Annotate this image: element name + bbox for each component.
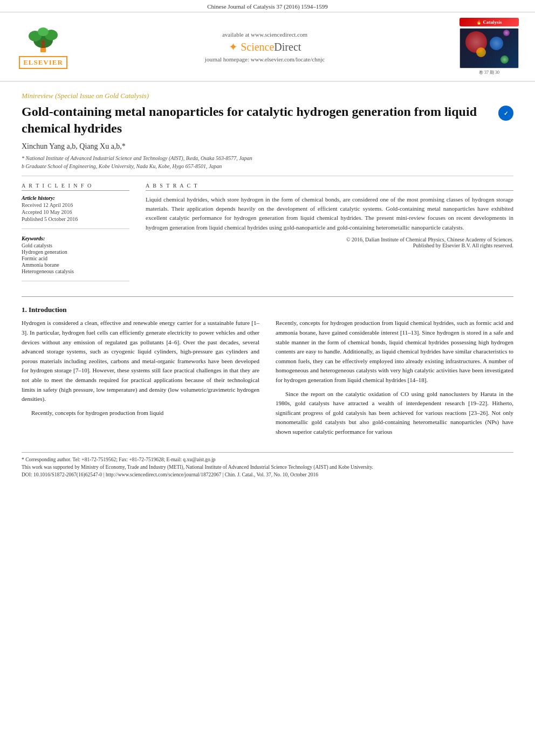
keyword-1: Gold catalysts — [22, 242, 129, 248]
svg-rect-5 — [42, 40, 45, 48]
article-info-col: A R T I C L E I N F O Article history: R… — [22, 183, 129, 288]
elsevier-logo-area: ELSEVIER — [11, 24, 76, 69]
intro-body-left: Hydrogen is considered a clean, effectiv… — [22, 318, 259, 418]
elsevier-tree-icon — [22, 24, 65, 54]
affiliation-a: * National Institute of Advanced Industr… — [22, 155, 513, 161]
catalysis-badge: 🔥 Catalysis — [459, 18, 519, 26]
main-divider — [22, 296, 513, 297]
journal-citation-bar: Chinese Journal of Catalysis 37 (2016) 1… — [0, 0, 535, 12]
content-area: Minireview (Special Issue on Gold Cataly… — [0, 82, 535, 495]
history-label: Article history: — [22, 195, 129, 201]
header-section: ELSEVIER available at www.sciencedirect.… — [0, 12, 535, 82]
authors: Xinchun Yang a,b, Qiang Xu a,b,* — [22, 142, 513, 151]
article-title: Gold-containing metal nanoparticles for … — [22, 103, 513, 137]
available-at-text: available at www.sciencedirect.com — [76, 31, 454, 38]
divider-3 — [22, 281, 129, 281]
keyword-4: Ammonia borane — [22, 262, 129, 268]
catalysis-journal-area: 🔥 Catalysis 卷 37 期 30 — [454, 18, 524, 75]
journal-volume-info: 卷 37 期 30 — [479, 70, 499, 75]
intro-heading: 1. Introduction — [22, 306, 513, 314]
keyword-5: Heterogeneous catalysis — [22, 268, 129, 274]
doi-footnote: DOI: 10.1016/S1872-2067(16)62547-0 | htt… — [22, 471, 513, 478]
footnote-section: * Corresponding author. Tel: +81-72-7519… — [22, 452, 513, 479]
page: Chinese Journal of Catalysis 37 (2016) 1… — [0, 0, 535, 756]
abstract-label: A B S T R A C T — [146, 183, 513, 191]
body-right-col: Recently, concepts for hydrogen producti… — [276, 318, 513, 441]
sciencedirect-center: available at www.sciencedirect.com ✦ Sci… — [76, 31, 454, 63]
divider-2 — [22, 228, 129, 229]
article-info-abstract-row: A R T I C L E I N F O Article history: R… — [22, 183, 513, 288]
affiliation-b: b Graduate School of Engineering, Kobe U… — [22, 163, 513, 169]
article-info-label: A R T I C L E I N F O — [22, 183, 129, 191]
journal-citation: Chinese Journal of Catalysis 37 (2016) 1… — [207, 3, 328, 10]
corresponding-footnote: * Corresponding author. Tel: +81-72-7519… — [22, 456, 513, 463]
journal-homepage-text: journal homepage: www.elsevier.com/locat… — [76, 56, 454, 63]
keywords-section: Keywords: Gold catalysts Hydrogen genera… — [22, 235, 129, 274]
abstract-text: Liquid chemical hydrides, which store hy… — [146, 195, 513, 232]
received-date: Received 12 April 2016 — [22, 202, 129, 208]
intro-body-right: Recently, concepts for hydrogen producti… — [276, 318, 513, 436]
sciencedirect-logo: ✦ ScienceDirect — [76, 40, 454, 54]
keyword-2: Hydrogen generation — [22, 249, 129, 255]
crossmark-badge: ✓ — [498, 106, 513, 121]
minireview-tag: Minireview (Special Issue on Gold Cataly… — [22, 92, 513, 100]
accepted-date: Accepted 10 May 2016 — [22, 209, 129, 215]
keywords-label: Keywords: — [22, 235, 129, 241]
svg-point-4 — [38, 27, 49, 36]
keyword-3: Formic acid — [22, 255, 129, 261]
support-footnote: This work was supported by Ministry of E… — [22, 463, 513, 471]
abstract-col: A B S T R A C T Liquid chemical hydrides… — [146, 183, 513, 288]
body-left-col: Hydrogen is considered a clean, effectiv… — [22, 318, 259, 441]
published-date: Published 5 October 2016 — [22, 216, 129, 222]
catalysis-journal-image — [459, 28, 519, 68]
copyright-text: © 2016, Dalian Institute of Chemical Phy… — [146, 237, 513, 248]
elsevier-wordmark: ELSEVIER — [19, 56, 67, 69]
body-section: Hydrogen is considered a clean, effectiv… — [22, 318, 513, 441]
divider-1 — [22, 176, 513, 176]
